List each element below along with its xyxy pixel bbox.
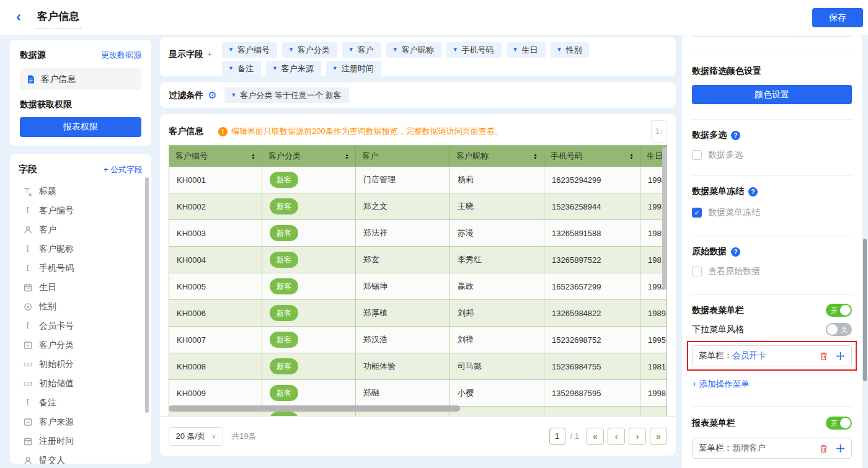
move-icon[interactable] — [836, 444, 845, 453]
field-item[interactable]: 客户来源 — [19, 412, 143, 431]
field-item[interactable]: 提交人 — [19, 451, 143, 464]
filter-condition-chip[interactable]: ▼ 客户分类 等于任意一个 新客 — [224, 87, 348, 103]
field-item[interactable]: 客户 — [19, 220, 143, 239]
add-formula-field-link[interactable]: + 公式字段 — [104, 164, 143, 175]
dropdown-style-toggle[interactable]: 关 — [826, 323, 852, 336]
field-item[interactable]: I手机号码 — [19, 258, 143, 278]
current-page-input[interactable]: 1 — [549, 428, 565, 445]
field-item[interactable]: I客户昵称 — [19, 239, 143, 258]
datasource-item[interactable]: 客户信息 — [20, 68, 141, 90]
display-field-chip[interactable]: ▼客户分类 — [282, 42, 337, 58]
category-badge: 新客 — [270, 172, 298, 188]
delete-icon[interactable] — [819, 444, 828, 453]
table-vertical-scrollbar[interactable] — [662, 147, 667, 289]
field-item[interactable]: 123初始储值 — [19, 374, 143, 393]
help-icon[interactable]: ? — [731, 131, 740, 140]
page-title[interactable]: 客户信息 — [35, 9, 82, 29]
chevron-down-icon: ▼ — [228, 47, 234, 53]
color-setting-button[interactable]: 颜色设置 — [692, 85, 852, 104]
next-page-button[interactable]: › — [629, 428, 646, 445]
table-cell: 15232698752 — [544, 327, 640, 353]
column-header[interactable]: 客户 — [356, 146, 450, 167]
change-datasource-link[interactable]: 更改数据源 — [101, 50, 141, 61]
datasource-panel: 数据源 更改数据源 客户信息 数据获取权限 报表权限 — [10, 40, 151, 146]
raw-data-title: 原始数据 ? — [692, 246, 852, 257]
raw-data-checkbox[interactable] — [692, 267, 702, 276]
field-item[interactable]: 性别 — [19, 297, 143, 316]
move-icon[interactable] — [836, 351, 845, 361]
field-item[interactable]: I会员卡号 — [19, 316, 143, 335]
report-permission-button[interactable]: 报表权限 — [20, 117, 141, 137]
field-item[interactable]: 客户分类 — [19, 335, 143, 355]
sort-arrows-icon[interactable]: ▲▼ — [345, 153, 349, 160]
gear-icon[interactable]: ⚙ — [208, 91, 216, 100]
column-header[interactable]: 客户编号▲▼ — [169, 146, 262, 167]
report-menu-item-value[interactable]: 新增客户 — [732, 443, 766, 454]
field-item[interactable]: I备注 — [19, 393, 143, 412]
field-item[interactable]: 标题 — [19, 182, 143, 201]
first-page-button[interactable]: « — [587, 428, 604, 445]
help-icon[interactable]: ? — [748, 187, 758, 196]
display-field-chip[interactable]: ▼性别 — [551, 42, 590, 58]
radio-icon — [22, 302, 33, 312]
column-header[interactable]: 客户昵称▲▼ — [450, 146, 544, 167]
table-row[interactable]: KH0006新客郑厚植刘邦132659848221989-11 — [169, 300, 666, 327]
field-item[interactable]: 注册时间 — [19, 431, 143, 451]
add-action-menu-link[interactable]: + 添加操作菜单 — [692, 379, 852, 390]
table-row[interactable]: KH0004新客郑玄李秀红132658975221981-06 — [169, 247, 666, 273]
display-field-chip[interactable]: ▼备注 — [222, 61, 261, 76]
page-scrollbar[interactable] — [863, 239, 867, 381]
table-cell: 郑法祥 — [356, 220, 450, 247]
color-setting-title: 数据筛选颜色设置 — [692, 66, 852, 77]
divider — [692, 53, 852, 53]
report-menu-item-row[interactable]: 菜单栏： 新增客户 — [692, 438, 852, 459]
display-field-chip[interactable]: ▼客户来源 — [266, 61, 321, 76]
sort-arrows-icon[interactable]: ▲▼ — [629, 153, 634, 160]
menu-freeze-checkbox[interactable] — [692, 208, 702, 218]
table-row[interactable]: KH0009新客郑融小樱135296875951998-05 — [169, 380, 666, 407]
sort-order-tool-button[interactable]: 1↓ — [651, 120, 667, 143]
back-icon[interactable]: ‹ — [16, 8, 21, 25]
table-row[interactable]: KH0005新客郑锡坤嬴政165236572991993-08 — [169, 273, 666, 300]
horizontal-scrollbar[interactable] — [169, 405, 460, 412]
prev-page-button[interactable]: ‹ — [608, 428, 625, 445]
report-menu-toggle[interactable]: 开 — [826, 417, 852, 430]
column-header[interactable]: 手机号码▲▼ — [544, 146, 640, 167]
display-field-chip[interactable]: ▼客户昵称 — [386, 42, 441, 58]
page-size-select[interactable]: 20 条/页 ∨ — [169, 427, 223, 446]
column-header[interactable]: 客户分类▲▼ — [262, 146, 356, 167]
number-icon: 123 — [22, 361, 33, 368]
delete-icon[interactable] — [819, 351, 828, 361]
display-field-chip[interactable]: ▼客户 — [342, 42, 381, 58]
save-button[interactable]: 保存 — [812, 8, 863, 27]
sort-arrows-icon[interactable]: ▲▼ — [533, 153, 538, 160]
fields-scrollbar[interactable] — [145, 177, 149, 413]
field-item[interactable]: 123初始积分 — [19, 355, 143, 374]
last-page-button[interactable]: » — [650, 428, 667, 445]
field-item[interactable]: I客户编号 — [19, 201, 143, 220]
multi-select-checkbox[interactable] — [692, 150, 702, 160]
field-item[interactable]: 生日 — [19, 278, 143, 297]
fields-panel: 字段 + 公式字段 标题I客户编号客户I客户昵称I手机号码生日性别I会员卡号客户… — [10, 154, 151, 464]
table-row[interactable]: KH0007新客郑汉浩刘禅152326987521995-01 — [169, 327, 666, 353]
display-field-chip[interactable]: ▼手机号码 — [446, 42, 502, 58]
table-cell: 1995-01 — [640, 327, 667, 353]
menu-freeze-checkbox-row[interactable]: 数据菜单冻结 — [692, 207, 852, 218]
table-row[interactable]: KH0001新客门店管理杨莉162352942991998-05 — [169, 167, 666, 193]
add-display-field-button[interactable]: + — [207, 49, 212, 59]
sort-arrows-icon[interactable]: ▲▼ — [251, 153, 255, 160]
table-menu-item-value[interactable]: 会员开卡 — [732, 350, 766, 361]
category-badge: 新客 — [270, 305, 298, 321]
table-menu-toggle[interactable]: 开 — [826, 304, 852, 317]
help-icon[interactable]: ? — [731, 247, 740, 257]
table-row[interactable]: KH0002新客郑之文王晓152362589441993-08 — [169, 193, 666, 220]
display-field-chip[interactable]: ▼注册时间 — [326, 61, 381, 76]
raw-data-checkbox-row[interactable]: 查看原始数据 — [692, 266, 852, 277]
multi-select-checkbox-row[interactable]: 数据多选 — [692, 149, 852, 161]
table-row[interactable]: KH0003新客郑法祥苏漫132658915881989-11 — [169, 220, 666, 247]
display-field-chip[interactable]: ▼生日 — [507, 42, 546, 58]
chevron-down-icon: ∨ — [211, 433, 216, 439]
table-menu-item-row[interactable]: 菜单栏： 会员开卡 — [692, 345, 852, 366]
table-row[interactable]: KH0008新客功能体验司马懿152369847551981-06 — [169, 353, 666, 380]
display-field-chip[interactable]: ▼客户编号 — [222, 42, 277, 58]
